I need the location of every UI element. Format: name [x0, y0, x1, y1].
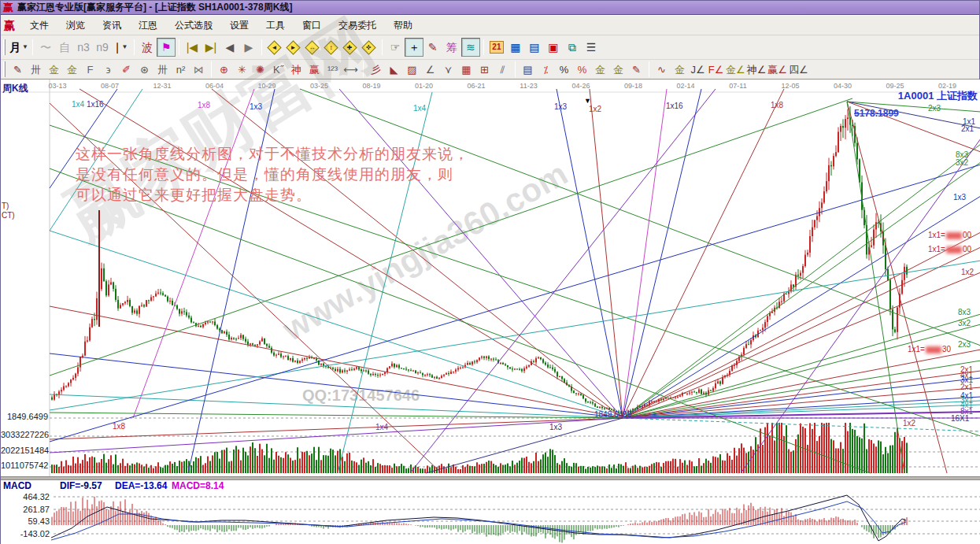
red-pen-icon[interactable]: ✐: [117, 61, 135, 78]
drawing-toolbar: ✎卅金金F϶✐⊛卅n²⋈⊕✳✺K˝神赢¹²³⟷彡◣▨∠⋎▦⊞⫽▤⁒%%金金✎∿金…: [1, 60, 979, 80]
toolbar-grip: [3, 61, 6, 77]
menu-item-6[interactable]: 工具: [257, 17, 294, 35]
toolbar-grip: [3, 39, 6, 55]
gold-lines-icon[interactable]: 金: [609, 61, 627, 78]
toolbar-separator: [261, 39, 262, 55]
brush-pen-icon[interactable]: ✎: [627, 61, 645, 78]
j-angle-icon[interactable]: J∠: [689, 61, 707, 78]
gold-grid-icon[interactable]: 金: [45, 61, 63, 78]
minute9-bars-icon[interactable]: n9: [93, 38, 112, 57]
menu-item-0[interactable]: 文件: [21, 17, 57, 35]
spider-web-icon[interactable]: ✺: [251, 61, 269, 78]
percent-icon[interactable]: %: [555, 61, 573, 78]
smart-analysis-icon[interactable]: ≋: [461, 38, 480, 57]
percent-cut-icon[interactable]: ⁒: [537, 61, 555, 78]
menu-item-2[interactable]: 资讯: [94, 17, 130, 35]
last-page-icon[interactable]: ▶|: [202, 38, 220, 57]
percent-lines-icon[interactable]: %: [573, 61, 591, 78]
period-month-button[interactable]: 月▼: [9, 38, 29, 57]
knife-pen-icon[interactable]: ✎: [9, 61, 27, 78]
draw-pen-icon[interactable]: ✎: [423, 38, 442, 57]
gold-circle-icon[interactable]: 金: [591, 61, 609, 78]
restore-scale-icon[interactable]: ✜: [360, 38, 379, 57]
dense-grid-icon[interactable]: ▦: [457, 61, 475, 78]
toolbar-separator: [179, 39, 179, 55]
shen-grid-icon[interactable]: 神: [287, 61, 305, 78]
calculator-icon[interactable]: ▦: [506, 38, 525, 57]
prev-bar-icon[interactable]: ◀: [220, 38, 239, 57]
app-logo-icon: 赢: [3, 2, 13, 13]
fibonacci-grid-icon[interactable]: F: [81, 61, 99, 78]
circle-target-icon[interactable]: ⊕: [215, 61, 233, 78]
self-note-icon[interactable]: 自: [55, 38, 74, 57]
macd-panel[interactable]: [1, 480, 980, 544]
shen-angle-icon[interactable]: 神∠: [746, 61, 767, 78]
mirror-icon[interactable]: ⋈: [190, 61, 208, 78]
minute3-bars-icon[interactable]: n3: [74, 38, 93, 57]
spiral-five-icon[interactable]: ϶: [99, 61, 117, 78]
gold-angle-base-icon[interactable]: 金: [671, 61, 689, 78]
chip-tool-icon[interactable]: 筹: [442, 38, 461, 57]
expand-all-icon[interactable]: ✚: [341, 38, 360, 57]
k-quote-icon[interactable]: K˝: [269, 61, 287, 78]
menu-logo-icon: 赢: [4, 20, 15, 31]
crosshair-tool-icon[interactable]: ＋: [405, 38, 423, 57]
export-data-icon[interactable]: ⧉: [563, 38, 582, 57]
fan-lines-icon[interactable]: 彡: [367, 61, 385, 78]
menu-item-4[interactable]: 公式选股: [166, 17, 221, 35]
toolbar-separator: [363, 61, 364, 77]
parallel-lines-icon[interactable]: ⫽: [494, 61, 512, 78]
f-angle-icon[interactable]: F∠: [707, 61, 725, 78]
overlay-chart-icon[interactable]: 〜: [36, 38, 55, 57]
four-angle-icon[interactable]: 四∠: [788, 61, 809, 78]
toolbar-separator: [32, 39, 33, 55]
n-square-icon[interactable]: n²: [172, 61, 190, 78]
printer-icon[interactable]: ☰: [582, 38, 601, 57]
ying-angle-icon[interactable]: 赢∠: [767, 61, 788, 78]
candle-style-button[interactable]: ∣▼: [112, 38, 131, 57]
wave-amplitude-icon[interactable]: ∿: [653, 61, 671, 78]
compress-horizontal-icon[interactable]: ↕: [322, 38, 341, 57]
time-grid-icon[interactable]: 卅: [153, 61, 172, 78]
dense-grid2-icon[interactable]: ⊞: [475, 61, 494, 78]
fan-box-icon[interactable]: ◣: [385, 61, 403, 78]
gold-angle-icon[interactable]: 金∠: [725, 61, 746, 78]
menu-item-9[interactable]: 帮助: [385, 17, 421, 35]
fan-square-icon[interactable]: ▨: [403, 61, 421, 78]
window-title: 赢家江恩专业版[赢家服务平台] - [上证指数 SH1A0001-378周K线]: [17, 1, 292, 14]
chart-plot-area[interactable]: [1, 80, 980, 476]
toolbar-separator: [483, 39, 484, 55]
menu-item-3[interactable]: 江恩: [130, 17, 166, 35]
next-bar-icon[interactable]: ▶: [239, 38, 258, 57]
hand-tool-icon[interactable]: ☞: [386, 38, 405, 57]
save-icon[interactable]: ▣: [544, 38, 563, 57]
menu-item-7[interactable]: 窗口: [294, 17, 330, 35]
zoom-right-icon[interactable]: ►: [284, 38, 303, 57]
menu-bar: 赢 文件浏览资讯江恩公式选股设置工具窗口交易委托帮助: [1, 16, 979, 35]
gold-grid2-icon[interactable]: 金: [63, 61, 81, 78]
ruler-123-icon[interactable]: ¹²³: [324, 61, 342, 78]
menu-item-8[interactable]: 交易委托: [330, 17, 385, 35]
toolbar-separator: [211, 61, 212, 77]
volume-profile-icon[interactable]: ⚑: [157, 38, 176, 57]
gann-grid-icon[interactable]: 卅: [27, 61, 45, 78]
cost-distribution-icon[interactable]: 波: [138, 38, 157, 57]
title-bar: 赢 赢家江恩专业版[赢家服务平台] - [上证指数 SH1A0001-378周K…: [1, 1, 979, 15]
notepad-icon[interactable]: ▤: [525, 38, 544, 57]
gann-wheel-icon[interactable]: ⊛: [135, 61, 153, 78]
calendar-icon[interactable]: 21: [487, 38, 506, 57]
volume-scale-icon[interactable]: ▤: [519, 61, 537, 78]
toolbar-separator: [382, 39, 383, 55]
main-toolbar: 月▼〜自n3n9∣▼波⚑|◀▶|◀▶◄►↔↕✚✜☞＋✎筹≋21▦▤▣⧉☰: [1, 35, 979, 60]
angle-lines-icon[interactable]: ∠: [421, 61, 439, 78]
ying-grid-icon[interactable]: 赢: [305, 61, 324, 78]
star-burst-icon[interactable]: ✳: [233, 61, 251, 78]
first-page-icon[interactable]: |◀: [183, 38, 202, 57]
application-window: 赢 赢家江恩专业版[赢家服务平台] - [上证指数 SH1A0001-378周K…: [0, 0, 980, 544]
v-lines-icon[interactable]: ⋎: [439, 61, 457, 78]
expand-horizontal-icon[interactable]: ↔: [303, 38, 322, 57]
menu-item-1[interactable]: 浏览: [57, 17, 94, 35]
menu-item-5[interactable]: 设置: [221, 17, 257, 35]
zoom-left-icon[interactable]: ◄: [265, 38, 284, 57]
bar-width-icon[interactable]: ⟷: [342, 61, 360, 78]
